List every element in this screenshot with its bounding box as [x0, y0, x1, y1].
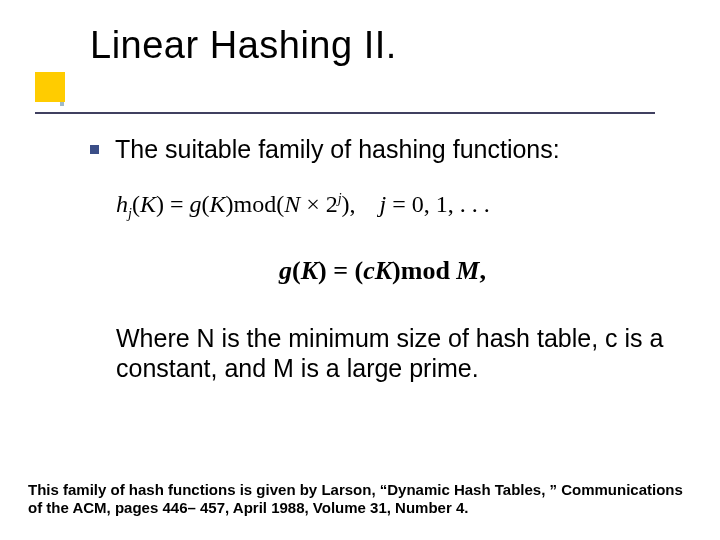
sym-N: N [284, 191, 300, 217]
bullet-icon [90, 145, 99, 154]
sym-cK: cK [363, 256, 392, 285]
slide-title: Linear Hashing II. [90, 24, 397, 67]
sym-jvals: = 0, 1, . . . [386, 191, 490, 217]
formula-g: g(K) = (cK)mod M, [90, 256, 675, 286]
sym-K1: K [140, 191, 156, 217]
sym-mod2: )mod [392, 256, 456, 285]
sym-eq2: = ( [327, 256, 363, 285]
sym-h: h [116, 191, 128, 217]
sym-M: M [456, 256, 479, 285]
formula-block: hj(K) = g(K)mod(N × 2j),j = 0, 1, . . . … [90, 191, 675, 383]
sym-g1: g [189, 191, 201, 217]
sym-close1: ), [342, 191, 356, 217]
sym-times: × [300, 191, 326, 217]
slide-body: The suitable family of hashing functions… [90, 134, 675, 383]
slide: Linear Hashing II. The suitable family o… [0, 0, 720, 540]
title-bar: Linear Hashing II. [0, 32, 720, 112]
sym-K2: K [209, 191, 225, 217]
bullet-text: The suitable family of hashing functions… [115, 134, 560, 165]
accent-dot-icon [60, 102, 64, 106]
bullet-item: The suitable family of hashing functions… [90, 134, 675, 165]
footnote-text: This family of hash functions is given b… [28, 481, 688, 519]
sym-end: , [479, 256, 486, 285]
sym-mod: mod( [233, 191, 284, 217]
sym-K3: K [301, 256, 318, 285]
sub-j: j [128, 206, 132, 221]
formula-hj: hj(K) = g(K)mod(N × 2j),j = 0, 1, . . . [116, 191, 675, 222]
sym-eq1: = [164, 191, 190, 217]
sym-g2: g [279, 256, 292, 285]
title-underline [35, 112, 655, 114]
sym-two: 2 [326, 191, 338, 217]
explanation-text: Where N is the minimum size of hash tabl… [116, 324, 675, 383]
accent-square-icon [35, 72, 65, 102]
